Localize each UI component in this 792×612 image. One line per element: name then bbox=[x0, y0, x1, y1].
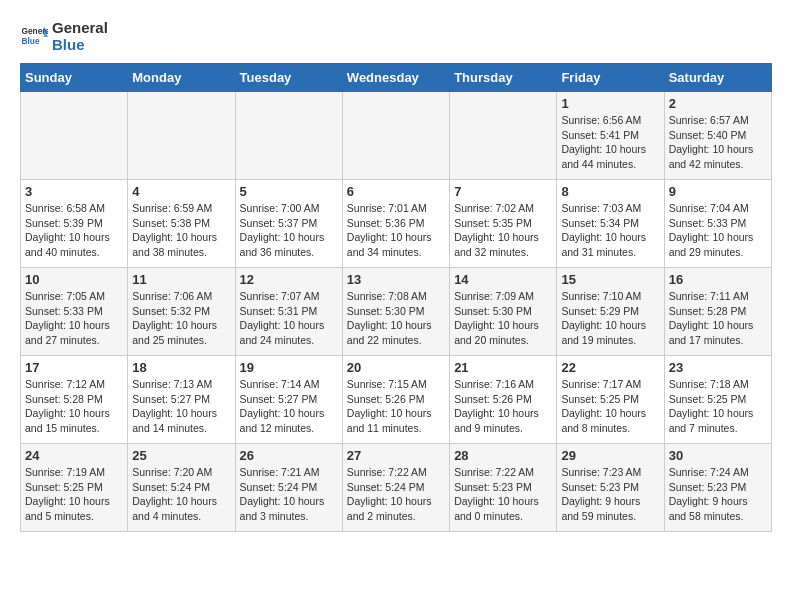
calendar-cell bbox=[450, 92, 557, 180]
day-number: 15 bbox=[561, 272, 659, 287]
day-info: Sunrise: 7:21 AM Sunset: 5:24 PM Dayligh… bbox=[240, 465, 338, 524]
calendar-cell: 14Sunrise: 7:09 AM Sunset: 5:30 PM Dayli… bbox=[450, 268, 557, 356]
day-info: Sunrise: 7:02 AM Sunset: 5:35 PM Dayligh… bbox=[454, 201, 552, 260]
week-row-3: 10Sunrise: 7:05 AM Sunset: 5:33 PM Dayli… bbox=[21, 268, 772, 356]
day-info: Sunrise: 7:10 AM Sunset: 5:29 PM Dayligh… bbox=[561, 289, 659, 348]
calendar-cell: 25Sunrise: 7:20 AM Sunset: 5:24 PM Dayli… bbox=[128, 444, 235, 532]
day-number: 30 bbox=[669, 448, 767, 463]
day-number: 26 bbox=[240, 448, 338, 463]
calendar-cell: 3Sunrise: 6:58 AM Sunset: 5:39 PM Daylig… bbox=[21, 180, 128, 268]
day-info: Sunrise: 7:12 AM Sunset: 5:28 PM Dayligh… bbox=[25, 377, 123, 436]
calendar-cell bbox=[342, 92, 449, 180]
calendar-cell: 8Sunrise: 7:03 AM Sunset: 5:34 PM Daylig… bbox=[557, 180, 664, 268]
day-info: Sunrise: 7:00 AM Sunset: 5:37 PM Dayligh… bbox=[240, 201, 338, 260]
day-number: 17 bbox=[25, 360, 123, 375]
day-number: 29 bbox=[561, 448, 659, 463]
calendar-cell: 6Sunrise: 7:01 AM Sunset: 5:36 PM Daylig… bbox=[342, 180, 449, 268]
day-number: 19 bbox=[240, 360, 338, 375]
day-number: 1 bbox=[561, 96, 659, 111]
day-number: 24 bbox=[25, 448, 123, 463]
day-info: Sunrise: 7:15 AM Sunset: 5:26 PM Dayligh… bbox=[347, 377, 445, 436]
day-number: 27 bbox=[347, 448, 445, 463]
day-info: Sunrise: 7:20 AM Sunset: 5:24 PM Dayligh… bbox=[132, 465, 230, 524]
calendar-header-row: SundayMondayTuesdayWednesdayThursdayFrid… bbox=[21, 64, 772, 92]
calendar-cell: 11Sunrise: 7:06 AM Sunset: 5:32 PM Dayli… bbox=[128, 268, 235, 356]
day-header-thursday: Thursday bbox=[450, 64, 557, 92]
calendar-cell bbox=[21, 92, 128, 180]
week-row-4: 17Sunrise: 7:12 AM Sunset: 5:28 PM Dayli… bbox=[21, 356, 772, 444]
calendar-cell: 2Sunrise: 6:57 AM Sunset: 5:40 PM Daylig… bbox=[664, 92, 771, 180]
calendar-cell: 26Sunrise: 7:21 AM Sunset: 5:24 PM Dayli… bbox=[235, 444, 342, 532]
day-number: 28 bbox=[454, 448, 552, 463]
calendar-cell: 21Sunrise: 7:16 AM Sunset: 5:26 PM Dayli… bbox=[450, 356, 557, 444]
day-number: 10 bbox=[25, 272, 123, 287]
calendar-cell: 29Sunrise: 7:23 AM Sunset: 5:23 PM Dayli… bbox=[557, 444, 664, 532]
calendar-cell: 19Sunrise: 7:14 AM Sunset: 5:27 PM Dayli… bbox=[235, 356, 342, 444]
calendar-cell: 10Sunrise: 7:05 AM Sunset: 5:33 PM Dayli… bbox=[21, 268, 128, 356]
day-info: Sunrise: 6:56 AM Sunset: 5:41 PM Dayligh… bbox=[561, 113, 659, 172]
logo-general: General bbox=[52, 20, 108, 37]
calendar-cell: 17Sunrise: 7:12 AM Sunset: 5:28 PM Dayli… bbox=[21, 356, 128, 444]
week-row-2: 3Sunrise: 6:58 AM Sunset: 5:39 PM Daylig… bbox=[21, 180, 772, 268]
day-number: 6 bbox=[347, 184, 445, 199]
calendar-cell: 24Sunrise: 7:19 AM Sunset: 5:25 PM Dayli… bbox=[21, 444, 128, 532]
day-info: Sunrise: 7:06 AM Sunset: 5:32 PM Dayligh… bbox=[132, 289, 230, 348]
calendar-table: SundayMondayTuesdayWednesdayThursdayFrid… bbox=[20, 63, 772, 532]
day-info: Sunrise: 7:22 AM Sunset: 5:24 PM Dayligh… bbox=[347, 465, 445, 524]
logo-blue: Blue bbox=[52, 37, 108, 54]
day-number: 5 bbox=[240, 184, 338, 199]
calendar-cell: 4Sunrise: 6:59 AM Sunset: 5:38 PM Daylig… bbox=[128, 180, 235, 268]
day-number: 16 bbox=[669, 272, 767, 287]
day-info: Sunrise: 7:03 AM Sunset: 5:34 PM Dayligh… bbox=[561, 201, 659, 260]
calendar-cell: 16Sunrise: 7:11 AM Sunset: 5:28 PM Dayli… bbox=[664, 268, 771, 356]
day-number: 3 bbox=[25, 184, 123, 199]
calendar-body: 1Sunrise: 6:56 AM Sunset: 5:41 PM Daylig… bbox=[21, 92, 772, 532]
calendar-cell bbox=[128, 92, 235, 180]
day-number: 4 bbox=[132, 184, 230, 199]
day-header-monday: Monday bbox=[128, 64, 235, 92]
day-header-saturday: Saturday bbox=[664, 64, 771, 92]
logo-icon: General Blue bbox=[20, 23, 48, 51]
day-info: Sunrise: 7:04 AM Sunset: 5:33 PM Dayligh… bbox=[669, 201, 767, 260]
week-row-1: 1Sunrise: 6:56 AM Sunset: 5:41 PM Daylig… bbox=[21, 92, 772, 180]
day-number: 22 bbox=[561, 360, 659, 375]
calendar-cell bbox=[235, 92, 342, 180]
calendar-cell: 20Sunrise: 7:15 AM Sunset: 5:26 PM Dayli… bbox=[342, 356, 449, 444]
week-row-5: 24Sunrise: 7:19 AM Sunset: 5:25 PM Dayli… bbox=[21, 444, 772, 532]
day-info: Sunrise: 7:14 AM Sunset: 5:27 PM Dayligh… bbox=[240, 377, 338, 436]
calendar-cell: 13Sunrise: 7:08 AM Sunset: 5:30 PM Dayli… bbox=[342, 268, 449, 356]
calendar-cell: 30Sunrise: 7:24 AM Sunset: 5:23 PM Dayli… bbox=[664, 444, 771, 532]
calendar-cell: 7Sunrise: 7:02 AM Sunset: 5:35 PM Daylig… bbox=[450, 180, 557, 268]
day-header-wednesday: Wednesday bbox=[342, 64, 449, 92]
calendar-cell: 15Sunrise: 7:10 AM Sunset: 5:29 PM Dayli… bbox=[557, 268, 664, 356]
day-header-sunday: Sunday bbox=[21, 64, 128, 92]
day-info: Sunrise: 7:22 AM Sunset: 5:23 PM Dayligh… bbox=[454, 465, 552, 524]
calendar-cell: 27Sunrise: 7:22 AM Sunset: 5:24 PM Dayli… bbox=[342, 444, 449, 532]
calendar-cell: 23Sunrise: 7:18 AM Sunset: 5:25 PM Dayli… bbox=[664, 356, 771, 444]
calendar-cell: 22Sunrise: 7:17 AM Sunset: 5:25 PM Dayli… bbox=[557, 356, 664, 444]
calendar-cell: 12Sunrise: 7:07 AM Sunset: 5:31 PM Dayli… bbox=[235, 268, 342, 356]
day-info: Sunrise: 7:08 AM Sunset: 5:30 PM Dayligh… bbox=[347, 289, 445, 348]
day-info: Sunrise: 7:23 AM Sunset: 5:23 PM Dayligh… bbox=[561, 465, 659, 524]
svg-text:Blue: Blue bbox=[21, 36, 39, 46]
day-number: 7 bbox=[454, 184, 552, 199]
day-header-tuesday: Tuesday bbox=[235, 64, 342, 92]
calendar-cell: 5Sunrise: 7:00 AM Sunset: 5:37 PM Daylig… bbox=[235, 180, 342, 268]
day-info: Sunrise: 7:17 AM Sunset: 5:25 PM Dayligh… bbox=[561, 377, 659, 436]
day-info: Sunrise: 7:16 AM Sunset: 5:26 PM Dayligh… bbox=[454, 377, 552, 436]
day-number: 2 bbox=[669, 96, 767, 111]
day-number: 23 bbox=[669, 360, 767, 375]
day-info: Sunrise: 7:07 AM Sunset: 5:31 PM Dayligh… bbox=[240, 289, 338, 348]
day-info: Sunrise: 7:01 AM Sunset: 5:36 PM Dayligh… bbox=[347, 201, 445, 260]
day-number: 12 bbox=[240, 272, 338, 287]
day-number: 11 bbox=[132, 272, 230, 287]
calendar-cell: 9Sunrise: 7:04 AM Sunset: 5:33 PM Daylig… bbox=[664, 180, 771, 268]
day-info: Sunrise: 6:58 AM Sunset: 5:39 PM Dayligh… bbox=[25, 201, 123, 260]
day-info: Sunrise: 7:24 AM Sunset: 5:23 PM Dayligh… bbox=[669, 465, 767, 524]
day-info: Sunrise: 7:18 AM Sunset: 5:25 PM Dayligh… bbox=[669, 377, 767, 436]
day-number: 18 bbox=[132, 360, 230, 375]
day-number: 13 bbox=[347, 272, 445, 287]
day-number: 21 bbox=[454, 360, 552, 375]
page-header: General Blue General Blue bbox=[20, 20, 772, 53]
day-info: Sunrise: 7:09 AM Sunset: 5:30 PM Dayligh… bbox=[454, 289, 552, 348]
